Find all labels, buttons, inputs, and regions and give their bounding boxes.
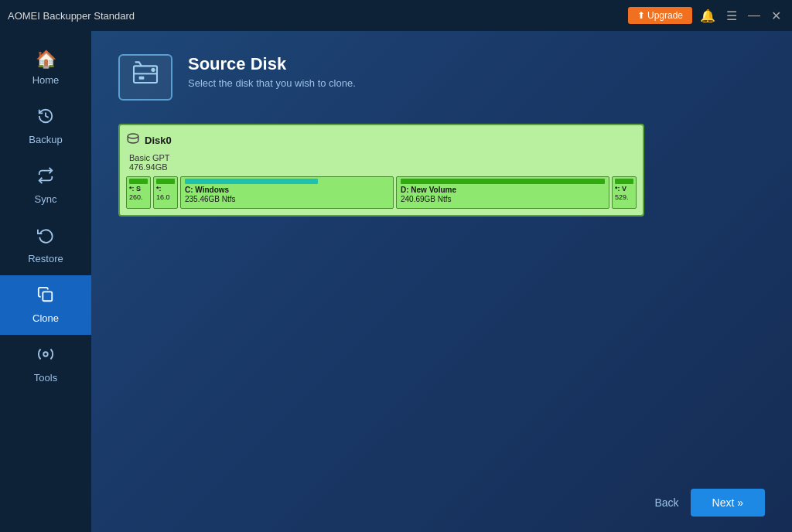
bell-icon[interactable]: 🔔 — [697, 9, 719, 23]
svg-rect-0 — [43, 292, 52, 301]
svg-point-6 — [128, 134, 138, 138]
sidebar-item-tools[interactable]: Tools — [0, 335, 91, 394]
partition-d-new-volume: D: New Volume 240.69GB Ntfs — [396, 176, 609, 209]
partition-5: *: V 529. — [612, 176, 637, 209]
sidebar-label-clone: Clone — [32, 312, 59, 324]
disk-item[interactable]: Disk0 Basic GPT 476.94GB *: S 260. *: — [118, 124, 644, 217]
sidebar-item-backup[interactable]: Backup — [0, 97, 91, 156]
titlebar: AOMEI Backupper Standard ⬆ Upgrade 🔔 ☰ —… — [0, 0, 792, 31]
source-disk-icon — [130, 60, 161, 96]
partition-c-windows: C: Windows 235.46GB Ntfs — [180, 176, 394, 209]
header-text: Source Disk Select the disk that you wis… — [188, 54, 356, 89]
partition-1: *: S 260. — [126, 176, 151, 209]
close-icon[interactable]: ✕ — [768, 9, 784, 23]
sidebar-item-home[interactable]: 🏠 Home — [0, 39, 91, 97]
svg-point-1 — [43, 352, 48, 356]
app-body: 🏠 Home Backup Sync — [0, 31, 792, 532]
app-title: AOMEI Backupper Standard — [8, 10, 628, 22]
minimize-icon[interactable]: — — [745, 9, 763, 22]
disk-icon — [126, 131, 140, 148]
disk-type: Basic GPT — [129, 153, 170, 162]
page-header: Source Disk Select the disk that you wis… — [118, 54, 765, 101]
sync-icon — [37, 167, 54, 189]
sidebar-label-restore: Restore — [28, 253, 63, 264]
backup-icon — [37, 107, 54, 129]
back-button[interactable]: Back — [654, 496, 678, 509]
sidebar-item-clone[interactable]: Clone — [0, 275, 91, 335]
restore-icon — [37, 227, 54, 248]
bottom-bar: Back Next » — [654, 489, 765, 517]
sidebar: 🏠 Home Backup Sync — [0, 31, 91, 532]
next-button[interactable]: Next » — [691, 489, 765, 517]
tools-icon — [37, 346, 54, 367]
disk-name: Disk0 — [145, 135, 172, 146]
svg-point-4 — [152, 68, 154, 70]
titlebar-controls: ⬆ Upgrade 🔔 ☰ — ✕ — [628, 7, 784, 24]
content-area: Source Disk Select the disk that you wis… — [91, 31, 792, 532]
disk-header: Disk0 — [126, 131, 637, 148]
page-title: Source Disk — [188, 54, 356, 74]
sidebar-label-backup: Backup — [29, 134, 62, 145]
header-icon-box — [118, 54, 172, 101]
sidebar-item-restore[interactable]: Restore — [0, 216, 91, 275]
page-subtitle: Select the disk that you wish to clone. — [188, 77, 356, 89]
upgrade-button[interactable]: ⬆ Upgrade — [628, 7, 692, 24]
svg-rect-5 — [139, 76, 145, 79]
sidebar-label-home: Home — [32, 74, 60, 86]
partition-2: *: 16.0 — [153, 176, 178, 209]
sidebar-item-sync[interactable]: Sync — [0, 156, 91, 216]
menu-icon[interactable]: ☰ — [723, 9, 740, 23]
disk-size: 476.94GB — [129, 162, 168, 172]
sidebar-label-sync: Sync — [35, 193, 57, 205]
sidebar-label-tools: Tools — [34, 372, 57, 384]
clone-icon — [37, 286, 54, 308]
home-icon: 🏠 — [36, 49, 56, 70]
